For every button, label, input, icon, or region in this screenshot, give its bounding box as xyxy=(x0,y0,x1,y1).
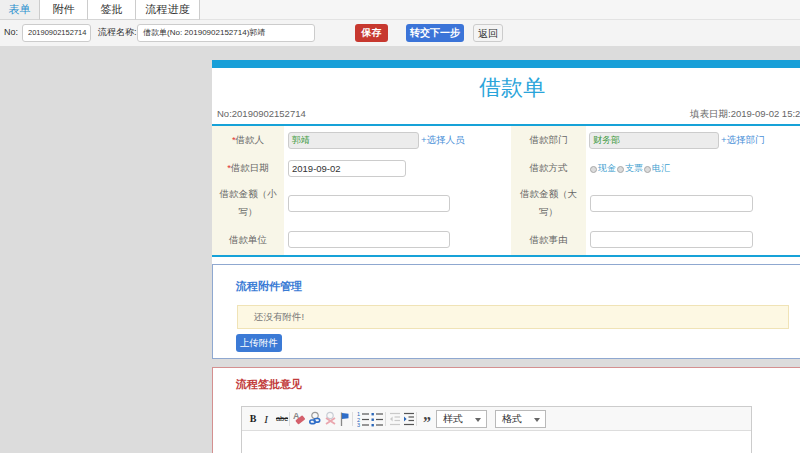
svg-text:3: 3 xyxy=(357,422,360,428)
